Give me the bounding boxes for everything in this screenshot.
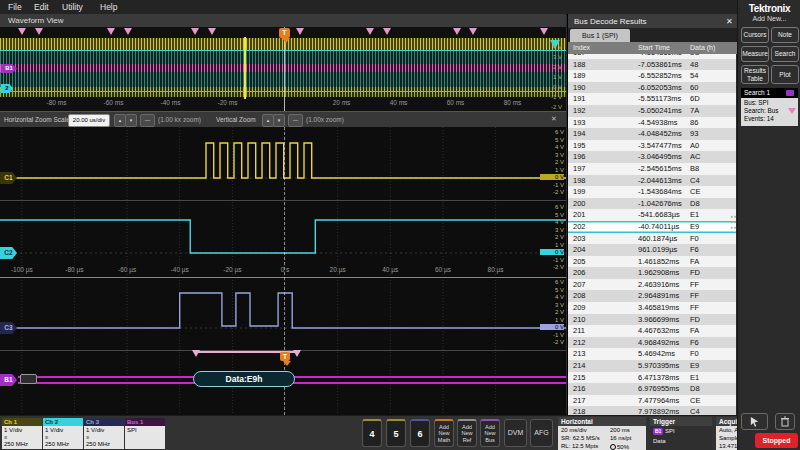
zoom-trigger-flag-icon[interactable]: T bbox=[280, 352, 290, 361]
table-row[interactable]: 188-7.053861ms48 bbox=[568, 59, 736, 71]
table-row[interactable]: 2114.467632msFA bbox=[568, 325, 736, 337]
add-new-ref-button[interactable]: Add New Ref bbox=[457, 419, 477, 447]
overview-cursor[interactable] bbox=[244, 37, 246, 99]
table-cell: -6.552852ms bbox=[638, 70, 690, 82]
table-row[interactable]: 195-3.547477msA0 bbox=[568, 140, 736, 152]
horizontal-panel[interactable]: Horizontal 20 ms/div 200 ms SR: 62.5 MS/… bbox=[558, 417, 646, 450]
table-cell: -4.048452ms bbox=[638, 128, 690, 140]
channel-5-button[interactable]: 5 bbox=[386, 419, 406, 447]
table-row[interactable]: 204961.0199µsF6 bbox=[568, 244, 736, 256]
table-row[interactable]: 2177.477964msCE bbox=[568, 395, 736, 407]
tab-bus1-spi[interactable]: Bus 1 (SPI) bbox=[570, 29, 630, 42]
results-table-button[interactable]: Results Table bbox=[741, 65, 769, 84]
waveform-overview[interactable]: T B1 2 -80 ms-60 ms-40 ms-20 ms20 ms40 m… bbox=[0, 27, 566, 111]
table-row[interactable]: 198-2.044613msC4 bbox=[568, 175, 736, 187]
table-cell: 54 bbox=[690, 70, 736, 82]
zoom-close-icon[interactable]: ✕ bbox=[551, 115, 557, 123]
callout-tool-button[interactable] bbox=[741, 413, 768, 430]
menu-help[interactable]: Help bbox=[100, 2, 117, 12]
ch3-tile-body: 1 V/div ≡ 250 MHz bbox=[84, 426, 124, 449]
v-zoom-minus-button[interactable]: — bbox=[288, 114, 303, 127]
table-row[interactable]: 2103.966699msFD bbox=[568, 314, 736, 326]
table-cell: 86 bbox=[690, 117, 736, 129]
table-scroll-handle[interactable] bbox=[730, 214, 737, 231]
results-title-bar[interactable]: Bus Decode Results ✕ bbox=[568, 14, 738, 28]
zoom-waveform-plot[interactable]: C1 C2 C3 B1 T Data:E9h -100 µs-80 µs-60 … bbox=[0, 127, 566, 415]
add-new-button[interactable]: Add New... bbox=[738, 15, 800, 22]
table-row[interactable]: 2166.976955msD8 bbox=[568, 383, 736, 395]
table-row[interactable]: 190-6.052053ms60 bbox=[568, 82, 736, 94]
table-cell: 201 bbox=[573, 209, 638, 221]
channel-ch1-tile[interactable]: Ch 1 1 V/div ≡ 250 MHz bbox=[2, 418, 42, 449]
table-row[interactable]: 192-5.050241ms7A bbox=[568, 105, 736, 117]
menu-utility[interactable]: Utility bbox=[62, 2, 83, 12]
waveform-panel: Waveform View T B1 2 -80 ms-60 ms-40 ms-… bbox=[0, 14, 566, 415]
channel-ch2-tile[interactable]: Ch 2 1 V/div ≡ 250 MHz bbox=[43, 418, 83, 449]
table-cell: FD bbox=[690, 314, 736, 326]
table-row[interactable]: 203460.1874µsF0 bbox=[568, 233, 736, 245]
note-button[interactable]: Note bbox=[771, 27, 799, 43]
bus-decode-bubble[interactable]: Data:E9h bbox=[193, 371, 295, 387]
v-zoom-down-button[interactable]: ▾ bbox=[273, 114, 285, 127]
afg-button[interactable]: AFG bbox=[530, 419, 553, 447]
table-row[interactable]: 196-3.046495msAC bbox=[568, 151, 736, 163]
table-row[interactable]: 2061.962908msFD bbox=[568, 267, 736, 279]
h-position-value: 50% bbox=[617, 444, 629, 450]
table-cell: C4 bbox=[690, 406, 736, 415]
dvm-button[interactable]: DVM bbox=[504, 419, 527, 447]
table-row[interactable]: 199-1.543684msCE bbox=[568, 186, 736, 198]
results-table-body[interactable]: 187-7.554860ms3C188-7.053861ms48189-6.55… bbox=[568, 54, 736, 415]
search1-panel[interactable]: Search 1 Bus: SPI Search: Bus Events: 14 bbox=[741, 88, 798, 126]
search-marker-icon bbox=[35, 28, 43, 35]
voltage-label: 3 V bbox=[540, 302, 564, 308]
table-row[interactable]: 2145.970395msE9 bbox=[568, 360, 736, 372]
measure-button[interactable]: Measure bbox=[741, 46, 769, 62]
channel-6-button[interactable]: 6 bbox=[410, 419, 430, 447]
time-label: 20 ms bbox=[327, 99, 357, 106]
channel-4-button[interactable]: 4 bbox=[362, 419, 382, 447]
table-row[interactable]: 191-5.551173ms6D bbox=[568, 93, 736, 105]
cursors-button[interactable]: Cursors bbox=[741, 27, 769, 43]
table-row[interactable]: 200-1.042676msD8 bbox=[568, 198, 736, 210]
bus1-tile[interactable]: Bus 1 SPI bbox=[125, 418, 165, 449]
table-cell: 214 bbox=[573, 360, 638, 372]
table-row[interactable]: 2093.465819msFF bbox=[568, 302, 736, 314]
trace-path bbox=[0, 220, 566, 253]
h-zoom-down-button[interactable]: ▾ bbox=[125, 114, 137, 127]
table-cell: F6 bbox=[690, 244, 736, 256]
delete-button[interactable] bbox=[775, 413, 795, 430]
table-row[interactable]: 193-4.54938ms86 bbox=[568, 117, 736, 129]
menu-file[interactable]: File bbox=[8, 2, 22, 12]
table-row[interactable]: 2082.964891msFF bbox=[568, 290, 736, 302]
add-new-math-button[interactable]: Add New Math bbox=[434, 419, 454, 447]
table-row[interactable]: 2072.463916msFF bbox=[568, 279, 736, 291]
search-span-end-icon bbox=[293, 350, 301, 357]
channel-ch3-tile[interactable]: Ch 3 1 V/div ≡ 250 MHz bbox=[84, 418, 124, 449]
table-row[interactable]: 2156.471378msE1 bbox=[568, 372, 736, 384]
table-cell: 6.976955ms bbox=[638, 383, 690, 395]
table-row[interactable]: 2187.978892msC4 bbox=[568, 406, 736, 415]
stopped-button[interactable]: Stopped bbox=[755, 433, 798, 448]
time-label: -40 ms bbox=[156, 99, 186, 106]
table-row[interactable]: 202-40.74011µsE9 bbox=[568, 221, 736, 233]
table-row[interactable]: 197-2.545615msB8 bbox=[568, 163, 736, 175]
results-close-icon[interactable]: ✕ bbox=[726, 17, 733, 26]
trigger-flag-icon[interactable]: T bbox=[279, 28, 290, 38]
right-sidebar: Tektronix Add New... Cursors Note Measur… bbox=[737, 0, 800, 450]
table-row[interactable]: 194-4.048452ms93 bbox=[568, 128, 736, 140]
time-label: 40 ms bbox=[384, 99, 414, 106]
table-row[interactable]: 189-6.552852ms54 bbox=[568, 70, 736, 82]
table-row[interactable]: 2051.461852msFA bbox=[568, 256, 736, 268]
table-row[interactable]: 2135.46942msF0 bbox=[568, 348, 736, 360]
h-zoom-minus-button[interactable]: — bbox=[140, 114, 155, 127]
horizontal-zoom-scale-input[interactable]: 20.00 us/div bbox=[68, 114, 110, 127]
table-row[interactable]: 201-541.6683µsE1 bbox=[568, 209, 736, 221]
plot-button[interactable]: Plot bbox=[771, 65, 799, 84]
trigger-panel[interactable]: Trigger B1 SPI Data bbox=[650, 417, 712, 450]
menu-edit[interactable]: Edit bbox=[34, 2, 49, 12]
voltage-label: 2 V bbox=[540, 234, 564, 240]
search-button[interactable]: Search bbox=[771, 46, 799, 62]
table-row[interactable]: 2124.968492msF6 bbox=[568, 337, 736, 349]
add-new-bus-button[interactable]: Add New Bus bbox=[480, 419, 500, 447]
voltage-label: 1 V bbox=[540, 317, 564, 323]
